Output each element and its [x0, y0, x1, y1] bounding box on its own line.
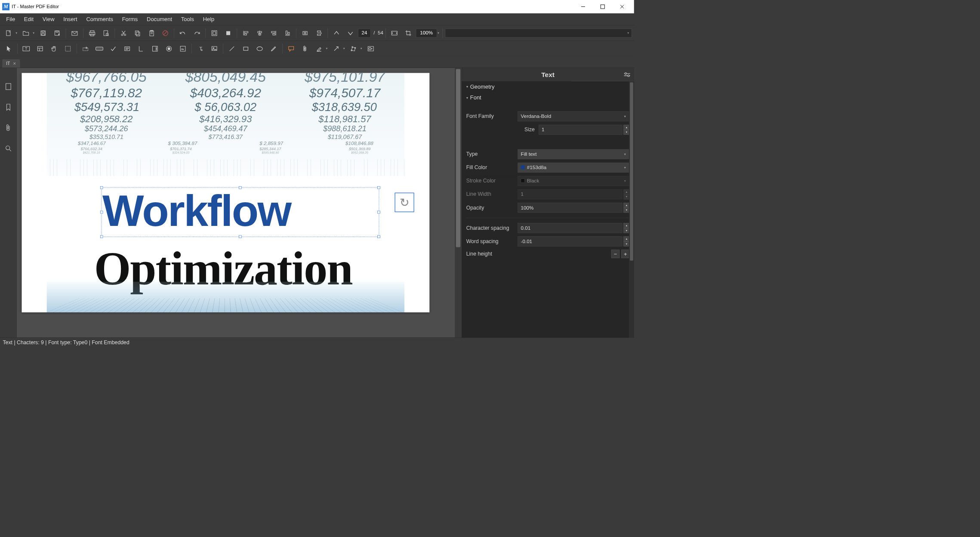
resize-handle[interactable]: [239, 235, 241, 238]
opacity-input[interactable]: [518, 203, 622, 213]
size-input[interactable]: [539, 125, 623, 135]
email-icon[interactable]: [68, 27, 81, 39]
search-panel-icon[interactable]: [3, 144, 13, 153]
resize-handle[interactable]: [377, 235, 380, 238]
distribute-h-icon[interactable]: [299, 27, 311, 39]
combobox-tool-icon[interactable]: [148, 43, 161, 54]
checkbox-tool-icon[interactable]: [107, 43, 120, 54]
menu-comments[interactable]: Comments: [82, 14, 117, 24]
rotate-handle-icon[interactable]: ↻: [394, 193, 414, 212]
align-left-icon[interactable]: [239, 27, 252, 39]
minimize-button[interactable]: [573, 0, 593, 13]
actual-size-icon[interactable]: [388, 27, 401, 39]
pencil-tool-icon[interactable]: [267, 43, 280, 54]
char-spacing-input[interactable]: [518, 223, 622, 233]
prohibit-icon[interactable]: [159, 27, 172, 39]
link-tool-icon[interactable]: [79, 43, 92, 54]
attachment-tool-icon[interactable]: [299, 43, 311, 54]
image-insert-icon[interactable]: [208, 43, 221, 54]
crop-icon[interactable]: [402, 27, 415, 39]
paste-icon[interactable]: [145, 27, 158, 39]
bookmarks-panel-icon[interactable]: [3, 102, 13, 112]
thumbnails-panel-icon[interactable]: [3, 82, 13, 91]
text-insert-icon[interactable]: T: [194, 43, 207, 54]
stamp-tool-icon[interactable]: [364, 43, 377, 54]
textfield-tool-icon[interactable]: [121, 43, 134, 54]
redo-icon[interactable]: [191, 27, 203, 39]
font-section[interactable]: ▾Font: [466, 92, 630, 103]
align-right-icon[interactable]: [267, 27, 280, 39]
copy-icon[interactable]: [131, 27, 144, 39]
word-spacing-input[interactable]: [518, 236, 622, 246]
edit-form-icon[interactable]: [34, 43, 46, 54]
align-bottom-icon[interactable]: [281, 27, 294, 39]
maximize-button[interactable]: [593, 0, 612, 13]
new-file-icon[interactable]: [2, 27, 15, 39]
new-file-dropdown[interactable]: ▼: [15, 31, 18, 34]
highlight-dropdown[interactable]: ▼: [325, 47, 329, 50]
line-height-minus[interactable]: −: [611, 250, 619, 258]
signature-tool-icon[interactable]: [176, 43, 189, 54]
hand-tool-icon[interactable]: [48, 43, 61, 54]
fill-color-select[interactable]: #153d8a▼: [518, 163, 629, 173]
close-button[interactable]: [612, 0, 632, 13]
polygon-tool-icon[interactable]: [347, 43, 360, 54]
panel-settings-icon[interactable]: [623, 72, 631, 77]
menu-tools[interactable]: Tools: [176, 14, 198, 24]
button-tool-icon[interactable]: [93, 43, 106, 54]
line-tool-icon[interactable]: [225, 43, 238, 54]
arrow-tool-icon[interactable]: [330, 43, 343, 54]
print-icon[interactable]: [86, 27, 99, 39]
menu-edit[interactable]: Edit: [19, 14, 38, 24]
selection-rect-icon[interactable]: [62, 43, 74, 54]
page-number-input[interactable]: [358, 28, 371, 37]
font-family-select[interactable]: Verdana-Bold▼: [518, 111, 629, 121]
canvas-scrollbar[interactable]: [455, 68, 462, 337]
open-file-dropdown[interactable]: ▼: [32, 31, 36, 34]
line-height-plus[interactable]: +: [621, 250, 629, 258]
print-preview-icon[interactable]: [100, 27, 113, 39]
open-file-icon[interactable]: [19, 27, 32, 39]
cut-icon[interactable]: [117, 27, 130, 39]
type-select[interactable]: Fill text▼: [518, 149, 629, 159]
menu-forms[interactable]: Forms: [117, 14, 142, 24]
distribute-v-icon[interactable]: [313, 27, 326, 39]
next-page-icon[interactable]: [344, 27, 357, 39]
geometry-section[interactable]: ▾Geometry: [466, 81, 630, 92]
menu-insert[interactable]: Insert: [59, 14, 82, 24]
align-center-icon[interactable]: [253, 27, 266, 39]
save-icon[interactable]: [37, 27, 49, 39]
zoom-dropdown[interactable]: ▼: [437, 31, 441, 34]
menu-document[interactable]: Document: [142, 14, 177, 24]
scrollbar-thumb[interactable]: [456, 69, 460, 247]
panel-scrollbar[interactable]: [629, 81, 634, 337]
edit-text-icon[interactable]: T: [20, 43, 33, 54]
highlight-tool-icon[interactable]: [313, 43, 326, 54]
menu-file[interactable]: File: [2, 14, 20, 24]
fit-page-icon[interactable]: [208, 27, 221, 39]
document-canvas[interactable]: $967,766.05$805,049.45$975,101.97 $767,1…: [17, 68, 462, 337]
menu-view[interactable]: View: [38, 14, 59, 24]
listbox-tool-icon[interactable]: [135, 43, 148, 54]
fit-width-icon[interactable]: [222, 27, 235, 39]
polygon-dropdown[interactable]: ▼: [359, 47, 363, 50]
save-as-icon[interactable]: [51, 27, 64, 39]
search-input[interactable]: [445, 28, 632, 37]
attachments-panel-icon[interactable]: [3, 123, 13, 133]
menu-help[interactable]: Help: [198, 14, 219, 24]
ellipse-tool-icon[interactable]: [253, 43, 266, 54]
tab-close-icon[interactable]: ✕: [13, 61, 16, 65]
select-tool-icon[interactable]: [2, 43, 15, 54]
zoom-input[interactable]: [416, 28, 437, 37]
undo-icon[interactable]: [176, 27, 189, 39]
search-dropdown[interactable]: ▼: [627, 31, 629, 34]
radio-tool-icon[interactable]: [163, 43, 176, 54]
comment-tool-icon[interactable]: [285, 43, 298, 54]
prev-page-icon[interactable]: [330, 27, 343, 39]
resize-handle[interactable]: [100, 235, 103, 238]
arrow-dropdown[interactable]: ▼: [342, 47, 346, 50]
rectangle-tool-icon[interactable]: [239, 43, 252, 54]
scrollbar-thumb[interactable]: [630, 83, 633, 261]
document-tab[interactable]: IT ✕: [2, 59, 20, 68]
selected-text-object[interactable]: Workflow: [102, 188, 378, 236]
